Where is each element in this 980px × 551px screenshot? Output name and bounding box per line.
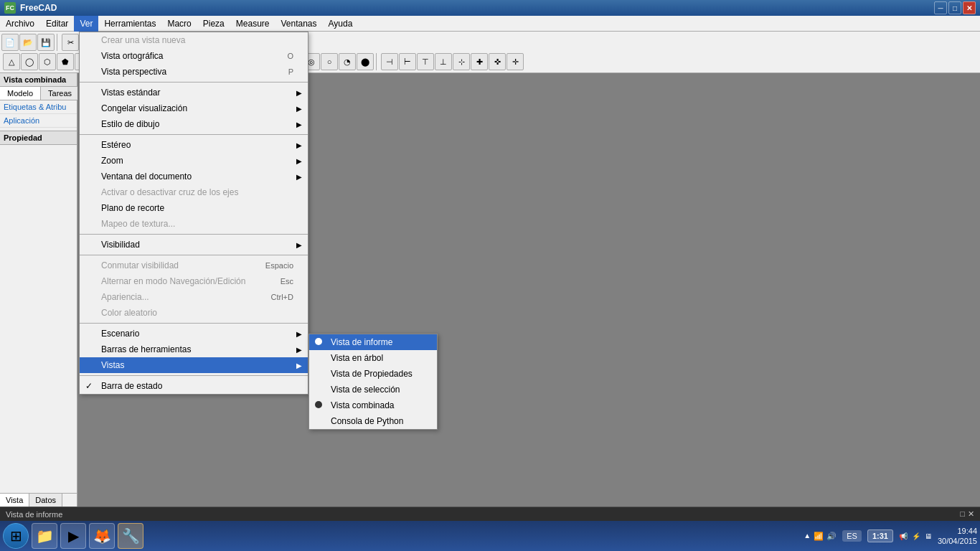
submenu-vista-propiedades-label: Vista de Propiedades bbox=[331, 369, 413, 379]
menu-plano-recorte-label: Plano de recorte bbox=[101, 203, 164, 213]
menu-vistas-estandar[interactable]: Vistas estándar bbox=[80, 85, 308, 100]
sep-1 bbox=[80, 82, 308, 83]
menu-congelar[interactable]: Congelar visualización bbox=[80, 100, 308, 116]
menu-visibilidad[interactable]: Visibilidad bbox=[80, 237, 308, 253]
submenu-vista-arbol[interactable]: Vista en árbol bbox=[309, 350, 437, 366]
tb-part-23[interactable]: ⊤ bbox=[417, 53, 434, 70]
menu-vistas[interactable]: Vistas bbox=[80, 357, 308, 373]
menu-conmutar-vis-label: Conmutar visibilidad bbox=[101, 260, 179, 270]
submenu-vista-informe[interactable]: Vista de informe bbox=[309, 334, 437, 350]
clock-date: 30/04/2015 bbox=[938, 536, 977, 546]
menu-herramientas[interactable]: Herramientas bbox=[98, 16, 161, 32]
menu-mapeo-textura: Mapeo de textura... bbox=[80, 216, 308, 232]
shortcut-o: O bbox=[273, 52, 293, 60]
menu-zoom[interactable]: Zoom bbox=[80, 153, 308, 169]
tb-part-4[interactable]: ⬟ bbox=[57, 53, 74, 70]
sep-3 bbox=[80, 234, 308, 235]
submenu-check-2 bbox=[315, 400, 324, 410]
menu-estilo-dibujo[interactable]: Estilo de dibujo bbox=[80, 116, 308, 132]
title-bar: FC FreeCAD ─ □ ✕ bbox=[0, 0, 980, 16]
tb-open[interactable]: 📂 bbox=[19, 34, 37, 51]
tab-tareas[interactable]: Tareas bbox=[41, 87, 80, 100]
tb-new[interactable]: 📄 bbox=[1, 34, 19, 51]
taskbar-media[interactable]: ▶ bbox=[60, 523, 86, 549]
sep-4 bbox=[80, 255, 308, 255]
menu-bar: Archivo Editar Ver Herramientas Macro Pi… bbox=[0, 16, 980, 32]
tb-part-2[interactable]: ◯ bbox=[21, 53, 38, 70]
shortcut-ctrld: Ctrl+D bbox=[257, 293, 293, 301]
menu-plano-recorte[interactable]: Plano de recorte bbox=[80, 200, 308, 216]
sys-icon-arrow[interactable]: ▲ bbox=[804, 532, 811, 541]
submenu-vista-propiedades[interactable]: Vista de Propiedades bbox=[309, 366, 437, 382]
menu-barra-estado[interactable]: ✓ Barra de estado bbox=[80, 378, 308, 394]
shortcut-p: P bbox=[274, 67, 293, 76]
tb-part-25[interactable]: ⊹ bbox=[453, 53, 470, 70]
taskbar-freecad[interactable]: 🔧 bbox=[118, 523, 143, 549]
tab-vista[interactable]: Vista bbox=[0, 494, 29, 507]
menu-barras-herramientas-label: Barras de herramientas bbox=[101, 344, 191, 354]
tb-cut[interactable]: ✂ bbox=[62, 34, 79, 51]
tb-part-21[interactable]: ⊣ bbox=[381, 53, 398, 70]
report-header: Vista de informe □ ✕ bbox=[0, 507, 980, 522]
menu-ventana-doc[interactable]: Ventana del documento bbox=[80, 169, 308, 184]
clock: 19:44 30/04/2015 bbox=[938, 526, 977, 547]
tb-part-26[interactable]: ✚ bbox=[471, 53, 488, 70]
menu-ver[interactable]: Ver bbox=[74, 16, 98, 32]
tb-part-22[interactable]: ⊢ bbox=[399, 53, 416, 70]
notification-icon-2[interactable]: ⚡ bbox=[912, 532, 920, 540]
submenu-vista-combinada[interactable]: Vista combinada bbox=[309, 397, 437, 413]
notification-icon-3[interactable]: 🖥 bbox=[925, 532, 932, 540]
start-button[interactable]: ⊞ bbox=[3, 523, 29, 549]
menu-vistas-estandar-label: Vistas estándar bbox=[101, 88, 161, 98]
menu-apariencia-label: Apariencia... bbox=[101, 292, 149, 302]
menu-vista-ortografica[interactable]: Vista ortográfica O bbox=[80, 48, 308, 64]
shortcut-esc: Esc bbox=[266, 277, 293, 286]
menu-vista-perspectiva[interactable]: Vista perspectiva P bbox=[80, 64, 308, 80]
app-icon: FC bbox=[4, 2, 16, 14]
sys-icon-volume[interactable]: 🔊 bbox=[826, 532, 837, 541]
tb-part-28[interactable]: ✛ bbox=[507, 53, 524, 70]
tab-modelo[interactable]: Modelo bbox=[0, 87, 41, 100]
report-maximize[interactable]: □ bbox=[960, 509, 965, 519]
tb-part-19[interactable]: ◔ bbox=[339, 53, 356, 70]
menu-escenario[interactable]: Escenario bbox=[80, 326, 308, 342]
submenu-vista-seleccion-label: Vista de selección bbox=[331, 385, 400, 395]
menu-alternar-modo-label: Alternar en modo Navegación/Edición bbox=[101, 276, 245, 286]
taskbar-firefox[interactable]: 🦊 bbox=[89, 523, 115, 549]
submenu-vista-arbol-label: Vista en árbol bbox=[331, 353, 383, 363]
taskbar-explorer[interactable]: 📁 bbox=[32, 523, 57, 549]
sys-icon-network[interactable]: 📶 bbox=[814, 532, 824, 541]
tb-part-20[interactable]: ⬤ bbox=[357, 53, 374, 70]
menu-estereo[interactable]: Estéreo bbox=[80, 137, 308, 153]
report-title: Vista de informe bbox=[6, 510, 62, 519]
close-button[interactable]: ✕ bbox=[963, 1, 976, 14]
tb-part-3[interactable]: ⬡ bbox=[39, 53, 56, 70]
menu-ayuda[interactable]: Ayuda bbox=[323, 16, 359, 32]
taskbar-indicator: 1:31 bbox=[867, 529, 893, 542]
minimize-button[interactable]: ─ bbox=[934, 1, 947, 14]
menu-macro[interactable]: Macro bbox=[161, 16, 197, 32]
menu-editar[interactable]: Editar bbox=[40, 16, 74, 32]
tb-part-18[interactable]: ○ bbox=[321, 53, 338, 70]
notification-icon-1[interactable]: 📢 bbox=[899, 532, 908, 540]
taskbar-lang[interactable]: ES bbox=[842, 530, 862, 542]
tb-part-27[interactable]: ✜ bbox=[489, 53, 506, 70]
tb-save[interactable]: 💾 bbox=[37, 34, 55, 51]
maximize-button[interactable]: □ bbox=[948, 1, 961, 14]
tb-part-24[interactable]: ⊥ bbox=[435, 53, 452, 70]
check-icon: ✓ bbox=[85, 381, 93, 391]
menu-measure[interactable]: Measure bbox=[230, 16, 275, 32]
tb-part-1[interactable]: △ bbox=[3, 53, 20, 70]
menu-barras-herramientas[interactable]: Barras de herramientas bbox=[80, 342, 308, 357]
propiedad-header: Propiedad bbox=[0, 131, 77, 145]
menu-pieza[interactable]: Pieza bbox=[197, 16, 230, 32]
tb-sep-1 bbox=[57, 34, 60, 51]
sys-icons: ▲ 📶 🔊 bbox=[804, 532, 837, 541]
submenu-vista-seleccion[interactable]: Vista de selección bbox=[309, 382, 437, 397]
submenu-vista-combinada-label: Vista combinada bbox=[331, 400, 395, 410]
menu-ventanas[interactable]: Ventanas bbox=[275, 16, 322, 32]
report-close[interactable]: ✕ bbox=[968, 509, 974, 519]
menu-archivo[interactable]: Archivo bbox=[0, 16, 40, 32]
submenu-consola-python[interactable]: Consola de Python bbox=[309, 413, 437, 429]
tab-datos[interactable]: Datos bbox=[29, 494, 62, 507]
